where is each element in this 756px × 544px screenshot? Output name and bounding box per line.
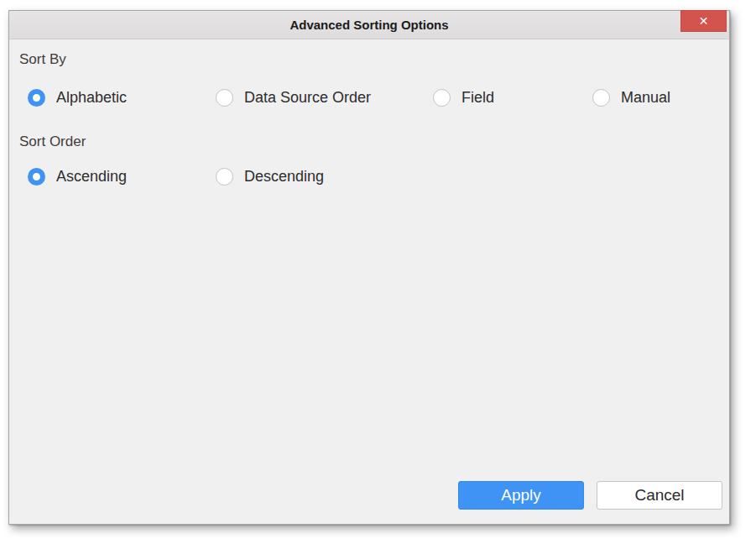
radio-alphabetic[interactable]: Alphabetic <box>28 88 127 107</box>
apply-button[interactable]: Apply <box>458 481 584 510</box>
radio-button-icon <box>28 168 45 186</box>
radio-label: Descending <box>244 168 324 186</box>
radio-button-icon <box>28 89 45 107</box>
radio-button-icon <box>433 89 451 107</box>
radio-label: Data Source Order <box>244 89 371 107</box>
radio-button-icon <box>216 168 233 186</box>
radio-data-source-order[interactable]: Data Source Order <box>216 88 371 107</box>
cancel-button[interactable]: Cancel <box>597 481 722 510</box>
dialog-title: Advanced Sorting Options <box>9 11 729 39</box>
close-button[interactable]: ✕ <box>680 10 727 32</box>
dialog-title-bar: Advanced Sorting Options ✕ <box>9 11 729 39</box>
radio-field[interactable]: Field <box>433 88 494 107</box>
sort-by-label: Sort By <box>19 51 66 68</box>
radio-ascending[interactable]: Ascending <box>28 167 127 186</box>
radio-button-icon <box>592 89 610 107</box>
radio-button-icon <box>216 89 233 107</box>
page-background: Advanced Sorting Options ✕ Sort By Alpha… <box>0 0 756 544</box>
radio-label: Alphabetic <box>56 89 127 107</box>
sort-order-label: Sort Order <box>19 133 86 150</box>
radio-label: Field <box>461 89 494 107</box>
close-icon: ✕ <box>699 14 709 28</box>
radio-label: Ascending <box>56 168 127 186</box>
radio-manual[interactable]: Manual <box>592 88 670 107</box>
advanced-sorting-dialog: Advanced Sorting Options ✕ Sort By Alpha… <box>8 10 730 525</box>
radio-descending[interactable]: Descending <box>216 167 324 186</box>
radio-label: Manual <box>621 89 670 107</box>
